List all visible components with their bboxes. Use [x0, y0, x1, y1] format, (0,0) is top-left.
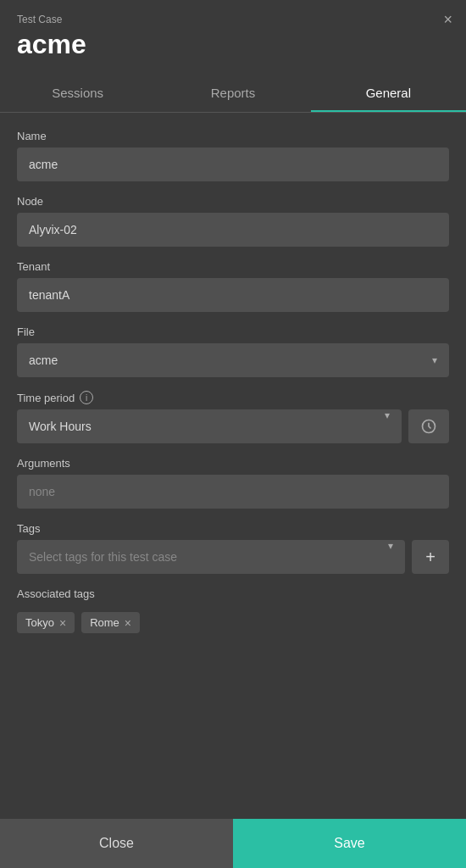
save-button[interactable]: Save: [233, 819, 466, 868]
time-period-label: Time period i: [17, 391, 449, 404]
tenant-input[interactable]: [17, 278, 449, 312]
tags-container: Tokyo × Rome ×: [17, 612, 449, 633]
node-input[interactable]: [17, 213, 449, 247]
modal-subtitle: Test Case: [17, 14, 449, 25]
tag-badge-tokyo-label: Tokyo: [25, 616, 54, 629]
arguments-label: Arguments: [17, 457, 449, 470]
arguments-input[interactable]: [17, 475, 449, 509]
name-label: Name: [17, 130, 449, 142]
modal-close-button[interactable]: ×: [443, 12, 452, 27]
file-field-group: File acme ▾: [17, 326, 449, 377]
node-label: Node: [17, 195, 449, 208]
file-select[interactable]: acme: [17, 343, 449, 377]
tags-label: Tags: [17, 522, 449, 535]
tab-sessions[interactable]: Sessions: [0, 74, 155, 112]
tag-badge-rome-label: Rome: [90, 616, 119, 629]
name-field-group: Name: [17, 130, 449, 181]
time-period-info-icon[interactable]: i: [80, 391, 93, 404]
add-tag-button[interactable]: +: [412, 540, 449, 574]
tags-row: Select tags for this test case ▾ +: [17, 540, 449, 574]
node-field-group: Node: [17, 195, 449, 247]
modal-footer: Close Save: [0, 819, 466, 868]
time-period-field-group: Time period i Work Hours ▾: [17, 391, 449, 443]
tenant-field-group: Tenant: [17, 260, 449, 312]
tab-reports[interactable]: Reports: [155, 74, 310, 112]
time-period-select[interactable]: Work Hours: [17, 409, 402, 443]
time-period-select-wrapper: Work Hours ▾: [17, 409, 402, 443]
close-button[interactable]: Close: [0, 819, 233, 868]
tabs-bar: Sessions Reports General: [0, 74, 466, 113]
test-case-modal: × Test Case acme Sessions Reports Genera…: [0, 0, 466, 868]
tag-remove-tokyo[interactable]: ×: [59, 617, 66, 629]
file-label: File: [17, 326, 449, 338]
tags-field-group: Tags Select tags for this test case ▾ +: [17, 522, 449, 574]
time-period-row: Work Hours ▾: [17, 409, 449, 443]
tab-general[interactable]: General: [311, 74, 466, 112]
arguments-field-group: Arguments: [17, 457, 449, 509]
file-select-wrapper: acme ▾: [17, 343, 449, 377]
tag-badge-tokyo: Tokyo ×: [17, 612, 75, 633]
tag-remove-rome[interactable]: ×: [125, 617, 131, 629]
tag-badge-rome: Rome ×: [81, 612, 140, 633]
name-input[interactable]: [17, 147, 449, 181]
tags-select[interactable]: Select tags for this test case: [17, 540, 405, 574]
associated-tags-group: Associated tags Tokyo × Rome ×: [17, 587, 449, 633]
modal-title: acme: [17, 29, 449, 60]
time-period-clock-button[interactable]: [408, 409, 449, 443]
modal-body: Name Node Tenant File acme ▾ Time period…: [0, 113, 466, 819]
modal-header: × Test Case acme: [0, 0, 466, 74]
associated-tags-label: Associated tags: [17, 587, 449, 600]
tenant-label: Tenant: [17, 260, 449, 273]
tags-select-wrapper: Select tags for this test case ▾: [17, 540, 405, 574]
